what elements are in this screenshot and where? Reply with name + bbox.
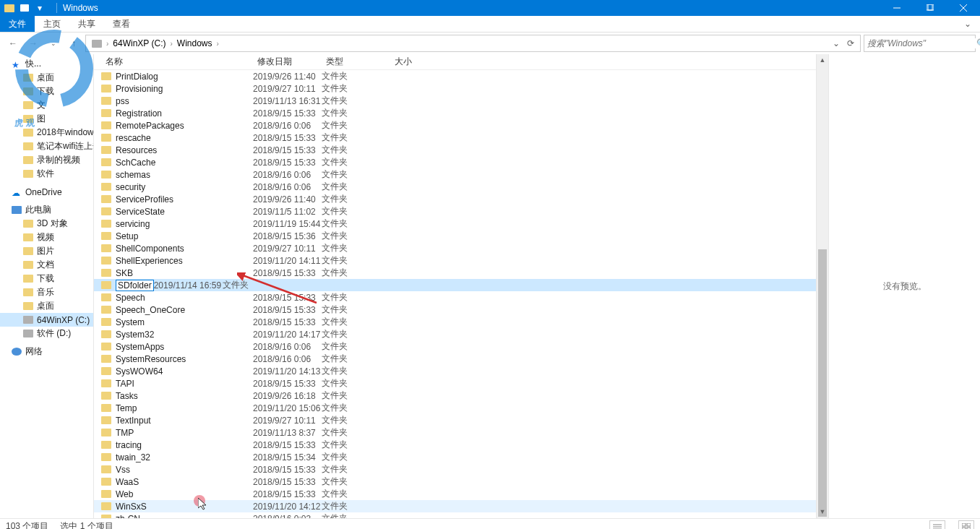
sidebar-item[interactable]: 音乐 [0,285,93,299]
file-row[interactable]: System2018/9/15 15:33文件夹 [94,316,816,328]
header-date[interactable]: 修改日期 [253,56,322,68]
scroll-thumb[interactable] [818,249,827,517]
minimize-button[interactable] [880,0,914,16]
view-details-button[interactable] [929,520,945,530]
sidebar-item[interactable]: 图 [0,112,93,126]
tab-file[interactable]: 文件 [0,16,35,32]
onedrive[interactable]: ☁OneDrive [0,185,93,199]
sidebar-item[interactable]: 视频 [0,231,93,244]
file-name: System32 [116,330,253,340]
file-row[interactable]: ShellExperiences2019/11/20 14:11文件夹 [94,254,816,267]
scroll-down-button[interactable]: ▼ [817,506,828,518]
file-row[interactable]: zh-CN2018/9/16 0:03文件夹 [94,512,816,518]
file-row[interactable]: TAPI2018/9/15 15:33文件夹 [94,377,816,390]
file-row[interactable]: Registration2018/9/15 15:33文件夹 [94,107,816,119]
close-button[interactable] [947,0,980,16]
search-input[interactable] [867,38,976,48]
sidebar-item[interactable]: 下载 [0,272,93,285]
sidebar-item[interactable]: 下载 [0,85,93,98]
file-row[interactable]: SysWOW642019/11/20 14:13文件夹 [94,365,816,377]
tab-view[interactable]: 查看 [104,16,139,32]
header-name[interactable]: 名称 [101,56,253,68]
tab-share[interactable]: 共享 [69,16,104,32]
file-row[interactable]: Speech_OneCore2018/9/15 15:33文件夹 [94,304,816,316]
breadcrumb-root-icon[interactable] [89,40,105,48]
file-row[interactable]: rescache2018/9/15 15:33文件夹 [94,132,816,144]
search-icon[interactable]: 🔍 [976,38,980,48]
sidebar-item[interactable]: 文 [0,98,93,112]
file-row[interactable]: SchCache2018/9/15 15:33文件夹 [94,156,816,168]
file-row[interactable]: Temp2019/11/20 15:06文件夹 [94,402,816,414]
file-row[interactable]: Tasks2019/9/26 16:18文件夹 [94,390,816,402]
file-row[interactable]: Provisioning2019/9/27 10:11文件夹 [94,82,816,95]
sidebar-item[interactable]: 桌面 [0,299,93,313]
file-row[interactable]: schemas2018/9/16 0:06文件夹 [94,168,816,181]
file-row[interactable]: TextInput2019/9/27 10:11文件夹 [94,414,816,426]
nav-up-button[interactable]: ↑ [65,35,82,52]
sidebar-item[interactable]: 桌面 [0,71,93,85]
file-row[interactable]: ShellComponents2019/9/27 10:11文件夹 [94,242,816,254]
file-row[interactable]: Setup2018/9/15 15:36文件夹 [94,230,816,242]
quick-access[interactable]: ★快... [0,57,93,71]
sidebar-item[interactable]: 3D 对象 [0,217,93,231]
breadcrumb-box[interactable]: › 64WinXP (C:) › Windows › ⌄ ⟳ [85,35,861,52]
this-pc[interactable]: 此电脑 [0,203,93,217]
view-icons-button[interactable] [958,520,974,530]
file-list[interactable]: PrintDialog2019/9/26 11:40文件夹Provisionin… [94,70,816,518]
file-date: 2018/9/15 15:33 [253,489,322,499]
file-row[interactable]: security2018/9/16 0:06文件夹 [94,181,816,193]
sidebar-item[interactable]: 笔记本wifi连上却没 [0,139,93,153]
qat-dropdown-icon[interactable]: ▾ [35,3,45,13]
file-row[interactable]: ServiceState2019/11/5 11:02文件夹 [94,205,816,218]
tab-home[interactable]: 主页 [35,16,69,32]
header-size[interactable]: 大小 [390,56,434,68]
ribbon-expand-icon[interactable]: ⌄ [955,16,980,32]
file-row[interactable]: SKB2018/9/15 15:33文件夹 [94,267,816,279]
sidebar-item[interactable]: 软件 (D:) [0,327,93,340]
file-row[interactable]: pss2019/11/13 16:31文件夹 [94,95,816,107]
sidebar-item[interactable]: 软件 [0,167,93,181]
file-row[interactable]: Resources2018/9/15 15:33文件夹 [94,144,816,156]
folder-icon [101,379,111,387]
chevron-right-icon[interactable]: › [170,40,172,48]
nav-back-button[interactable]: ← [4,35,22,52]
file-row[interactable]: WinSxS2019/11/20 14:12文件夹 [94,500,816,512]
file-row[interactable]: WaaS2018/9/15 15:33文件夹 [94,476,816,488]
file-row[interactable]: SystemApps2018/9/16 0:06文件夹 [94,340,816,353]
scrollbar[interactable]: ▲ ▼ [816,54,828,518]
chevron-right-icon[interactable]: › [217,40,219,48]
file-row[interactable]: SystemResources2018/9/16 0:06文件夹 [94,353,816,365]
chevron-right-icon[interactable]: › [106,40,108,48]
folder-icon [101,404,111,412]
nav-recent-dropdown[interactable]: ⌄ [45,35,62,52]
file-name[interactable]: SDfolder [116,280,154,291]
sidebar-item[interactable]: 录制的视频 [0,153,93,167]
file-row[interactable]: Speech2018/9/15 15:33文件夹 [94,291,816,304]
sidebar-item[interactable]: 2018年windows10 [0,126,93,139]
breadcrumb-drive[interactable]: 64WinXP (C:) [110,38,168,48]
breadcrumb-folder[interactable]: Windows [174,38,215,48]
search-box[interactable]: 🔍 [864,35,976,52]
sidebar-item[interactable]: 图片 [0,244,93,258]
file-row[interactable]: SDfolder2019/11/14 16:59文件夹 [94,279,816,291]
address-dropdown-icon[interactable]: ⌄ [830,38,843,48]
refresh-icon[interactable]: ⟳ [844,38,857,48]
file-row[interactable]: PrintDialog2019/9/26 11:40文件夹 [94,70,816,82]
file-row[interactable]: RemotePackages2018/9/16 0:06文件夹 [94,119,816,132]
scroll-up-button[interactable]: ▲ [817,54,828,66]
file-row[interactable]: servicing2019/11/19 15:44文件夹 [94,218,816,230]
sidebar-item[interactable]: 文档 [0,258,93,272]
sidebar-item-label: 软件 (D:) [37,327,71,340]
file-row[interactable]: Web2018/9/15 15:33文件夹 [94,488,816,500]
file-row[interactable]: TMP2019/11/13 8:37文件夹 [94,426,816,439]
network[interactable]: 网络 [0,345,93,358]
maximize-button[interactable] [914,0,947,16]
nav-forward-button[interactable]: → [25,35,42,52]
file-row[interactable]: tracing2018/9/15 15:33文件夹 [94,439,816,451]
file-row[interactable]: ServiceProfiles2019/9/26 11:40文件夹 [94,193,816,205]
sidebar-item[interactable]: 64WinXP (C:) [0,313,93,327]
file-row[interactable]: Vss2018/9/15 15:33文件夹 [94,463,816,476]
file-row[interactable]: System322019/11/20 14:17文件夹 [94,328,816,340]
header-type[interactable]: 类型 [322,56,390,68]
file-row[interactable]: twain_322018/9/15 15:34文件夹 [94,451,816,463]
